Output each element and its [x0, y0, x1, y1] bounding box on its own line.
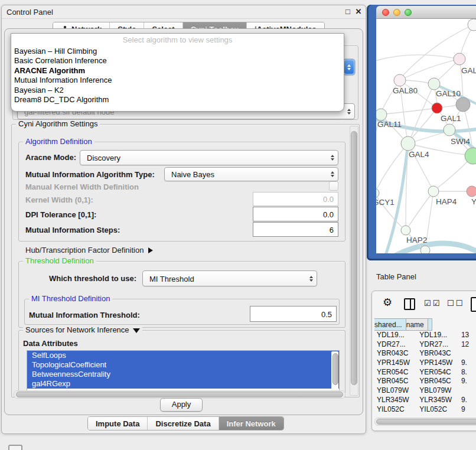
network-view-window: GALGAL80GAL10GAL1GAL11SWI4GAL4GCY1HAP4YH…: [367, 5, 476, 260]
settings-horizontal-scrollbar[interactable]: [14, 390, 345, 399]
manual-kernel-width-checkbox[interactable]: [329, 181, 338, 191]
attribute-list-item[interactable]: gal4RGexp: [27, 379, 339, 389]
attribute-items: SelfLoops TopologicalCoefficient Between…: [27, 351, 339, 389]
combobox-arrows-icon[interactable]: [328, 168, 337, 180]
float-window-icon[interactable]: □: [343, 7, 353, 16]
threshold-definition-title: Threshold Definition: [23, 257, 96, 265]
combobox-arrows-icon[interactable]: [344, 105, 354, 118]
tab[interactable]: Discretize Data: [148, 417, 219, 430]
aracne-mode-label: Aracne Mode:: [25, 153, 76, 162]
table-row[interactable]: YLR345W YLR345W 9.: [374, 396, 476, 405]
close-window-icon[interactable]: ✕: [354, 7, 363, 16]
data-attributes-label: Data Attributes: [23, 339, 78, 348]
dropdown-item[interactable]: Bayesian – K2: [11, 86, 344, 95]
network-node[interactable]: [420, 246, 430, 253]
sources-title[interactable]: Sources for Network Inference: [23, 326, 142, 334]
hub-definition-toggle[interactable]: Hub/Transcription Factor Definition: [25, 246, 153, 255]
dock-icon[interactable]: [8, 445, 22, 450]
table-horizontal-scrollbar[interactable]: [374, 418, 476, 426]
network-node[interactable]: [376, 109, 387, 120]
mi-steps-field[interactable]: 6: [253, 222, 338, 237]
combobox-arrows-icon[interactable]: [328, 151, 337, 164]
close-traffic-light-icon[interactable]: [382, 9, 389, 16]
control-panel-titlebar: Control Panel □ ✕: [2, 5, 366, 19]
dropdown-item[interactable]: Basic Correlation Inference: [11, 56, 344, 66]
table-scrollbar-thumb[interactable]: [376, 419, 476, 425]
mi-threshold-field[interactable]: 0.5: [250, 306, 337, 322]
attribute-list-item[interactable]: SelfLoops: [27, 351, 339, 360]
table-row[interactable]: YIL052C YIL052C 9: [374, 405, 476, 415]
mi-threshold-label: Mutual Information Threshold:: [29, 311, 140, 319]
table-column-header[interactable]: [428, 318, 432, 331]
dpi-tolerance-field[interactable]: 0.0: [253, 207, 338, 221]
settings-vertical-scrollbar[interactable]: [350, 126, 358, 396]
table-row[interactable]: YER054C YER054C 8.: [374, 368, 476, 377]
network-node[interactable]: [465, 148, 476, 164]
dropdown-item[interactable]: Dream8 DC_TDC Algorithm: [11, 95, 344, 105]
network-node[interactable]: [394, 74, 406, 86]
table-row[interactable]: YBL079W YBL079W: [374, 386, 476, 396]
new-table-icon[interactable]: [471, 297, 476, 312]
manual-kernel-width-label: Manual Kernel Width Definition: [25, 182, 139, 191]
table-row[interactable]: YPR145W YPR145W 9.: [374, 358, 476, 368]
network-view-titlebar: [376, 6, 476, 19]
collapsed-arrow-icon: [148, 247, 153, 253]
vertical-scrollbar-thumb[interactable]: [351, 131, 357, 385]
table-column-header[interactable]: shared...: [374, 318, 406, 331]
network-node-label: HAP4: [436, 197, 457, 206]
algorithm-dropdown-popup: Select algorithm to view settings Bayesi…: [11, 33, 344, 112]
network-node[interactable]: [454, 53, 465, 65]
attribute-scrollbar-thumb[interactable]: [332, 353, 338, 385]
tab-label: Impute Data: [96, 419, 139, 428]
horizontal-scrollbar-thumb[interactable]: [16, 392, 343, 397]
table-row[interactable]: YDR27... YDR27... 12: [374, 340, 476, 350]
network-node[interactable]: [432, 103, 442, 113]
combobox-arrows-icon[interactable]: [307, 272, 316, 285]
screen: Control Panel □ ✕ Network: [0, 0, 476, 450]
tab[interactable]: Infer Network: [219, 417, 283, 430]
network-canvas[interactable]: GALGAL80GAL10GAL1GAL11SWI4GAL4GCY1HAP4YH…: [376, 19, 476, 253]
gear-icon[interactable]: ⚙: [383, 296, 392, 308]
attribute-list-item[interactable]: TopologicalCoefficient: [27, 360, 339, 370]
network-node[interactable]: [401, 136, 415, 151]
table-row[interactable]: YBR043C YBR043C: [374, 349, 476, 358]
tab[interactable]: Impute Data: [88, 417, 148, 430]
table-body: YDL19... YDL19... 13 YDR27... YDR27... 1…: [374, 331, 476, 414]
network-node[interactable]: [468, 19, 476, 31]
apply-button[interactable]: Apply: [160, 398, 203, 412]
mi-threshold-value: 0.5: [321, 309, 332, 318]
network-node[interactable]: [428, 186, 439, 197]
table-row[interactable]: YBR045C YBR045C 9.: [374, 377, 476, 386]
network-node[interactable]: [428, 78, 440, 90]
table-column-header[interactable]: name: [406, 318, 428, 331]
network-node[interactable]: [376, 188, 379, 198]
combobox-arrows-icon[interactable]: [344, 60, 354, 74]
mi-threshold-title: MI Threshold Definition: [29, 295, 112, 303]
dpi-tolerance-value: 0.0: [323, 210, 334, 219]
dropdown-item[interactable]: ARACNE Algorithm: [11, 66, 344, 76]
deselect-all-checkboxes-icon[interactable]: ☐☐: [447, 299, 464, 308]
network-node[interactable]: [401, 226, 410, 235]
network-node[interactable]: [467, 186, 476, 197]
table-row[interactable]: YDL19... YDL19... 13: [374, 331, 476, 340]
network-node-label: GAL80: [393, 86, 418, 95]
which-threshold-combobox[interactable]: MI Threshold: [142, 270, 317, 286]
minimize-traffic-light-icon[interactable]: [393, 9, 400, 16]
which-threshold-value: MI Threshold: [149, 274, 194, 283]
zoom-traffic-light-icon[interactable]: [405, 9, 412, 16]
mi-algorithm-type-combobox[interactable]: Naive Bayes: [164, 167, 338, 181]
attribute-list-item[interactable]: BetweennessCentrality: [27, 370, 339, 379]
network-node-label: GAL1: [441, 114, 461, 123]
dropdown-prompt: Select algorithm to view settings: [11, 34, 344, 47]
kernel-width-field[interactable]: 0.0: [253, 192, 338, 206]
dropdown-item[interactable]: Bayesian – Hill Climbing: [11, 47, 344, 56]
network-node[interactable]: [456, 97, 470, 112]
which-threshold-label: Which threshold to use:: [49, 274, 136, 283]
attribute-list-scrollbar[interactable]: [331, 351, 338, 390]
columns-icon[interactable]: [404, 298, 415, 310]
select-all-checkboxes-icon[interactable]: ☑☑: [424, 299, 441, 308]
dropdown-item[interactable]: Mutual Information Inference: [11, 76, 344, 85]
network-node[interactable]: [444, 124, 455, 136]
aracne-mode-combobox[interactable]: Discovery: [80, 150, 338, 165]
network-node-label: GAL4: [409, 150, 429, 159]
